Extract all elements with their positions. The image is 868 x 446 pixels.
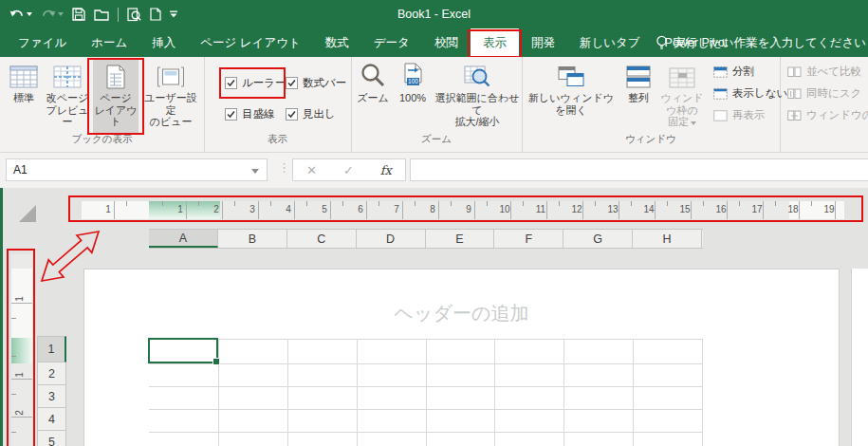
tab-数式[interactable]: 数式 [313,28,361,57]
tab-ページ レイアウト[interactable]: ページ レイアウト [188,28,313,57]
hide-window-button[interactable]: 表示しない [713,86,787,101]
tell-me-box[interactable]: 実行したい作業を入力してください [656,28,868,57]
ruler-number: 2 [207,204,226,214]
checkbox-icon [225,77,237,89]
cancel-entry-icon[interactable]: ✕ [306,163,317,177]
column-header-F[interactable]: F [494,230,563,248]
unhide-window-button[interactable]: 再表示 [713,108,766,122]
view-side-by-side-button[interactable]: 並べて比較 [787,65,861,79]
gridline-h [149,432,703,433]
ruler-tick [270,201,271,206]
hide-window-icon [713,88,728,100]
ruler-tick [379,201,379,206]
row-header-5[interactable]: 5 [38,431,66,446]
tab-校閲[interactable]: 校閲 [422,28,471,57]
insert-function-button[interactable]: fx [380,163,392,177]
gridline-v [357,339,358,446]
checkbox-headings[interactable]: 見出し [286,107,336,121]
column-header-B[interactable]: B [218,230,287,248]
fill-handle[interactable] [212,358,220,365]
checkbox-formula-bar[interactable]: 数式バー [286,76,346,90]
column-header-A[interactable]: A [149,230,218,248]
selected-cell-a1[interactable] [148,338,218,363]
name-box[interactable]: A1 [6,158,268,181]
ribbon: 標準 改ページ プレビュー ページ レイアウト ユーザー設定 のビュー [0,57,868,153]
zoom-100-button[interactable]: 100 100% [394,59,432,133]
column-header-E[interactable]: E [426,230,495,248]
arrange-all-button[interactable]: 整列 [620,59,656,133]
row-header-4[interactable]: 4 [38,408,66,431]
gridline-v [426,339,427,446]
ruler-tick [595,201,596,206]
tab-ホーム[interactable]: ホーム [79,28,139,57]
reset-window-position-button[interactable]: ウィンドウの [787,108,868,122]
row-header-1[interactable]: 1 [38,336,66,362]
zoom-to-selection-button[interactable]: 選択範囲に合わせて 拡大/縮小 [434,59,521,133]
gridline-h [149,363,703,364]
checkbox-ruler[interactable]: ルーラー [225,76,286,90]
gridline-v [287,339,288,446]
split-icon [713,66,728,78]
group-label-zoom: ズーム [351,133,522,146]
page-2-sliver [851,269,868,446]
group-show: ルーラー 目盛線 数式バー 見出し 表示 [204,57,352,152]
group-label-window: ウィンドウ [522,133,780,146]
synchronous-scrolling-button[interactable]: 同時にスク [787,86,861,101]
tab-データ[interactable]: データ [361,28,422,57]
confirm-entry-icon[interactable]: ✓ [343,163,354,177]
ruler-zone [11,338,32,363]
ruler-tick [631,201,632,206]
side-by-side-icon [787,66,802,78]
tab-開発[interactable]: 開発 [519,28,567,57]
ruler-tick [11,432,16,433]
page-break-preview-icon [53,59,82,89]
zoom-to-selection-icon [464,59,490,89]
column-header-C[interactable]: C [287,230,357,248]
gridline-v [702,339,703,446]
tab-挿入[interactable]: 挿入 [139,28,188,57]
vertical-ruler[interactable]: 112 [11,254,32,446]
ruler-number: 11 [531,204,550,214]
column-header-H[interactable]: H [633,230,702,248]
excel-window: Book1 - Excel ファイルホーム挿入ページ レイアウト数式データ校閲表… [0,0,868,446]
horizontal-ruler[interactable]: 112345678910111213141516171819 [82,201,844,219]
cell-grid[interactable] [149,339,703,446]
ruler-number: 14 [639,204,658,214]
custom-views-icon [157,59,185,89]
reset-window-icon [787,110,802,121]
ruler-number: 17 [748,204,766,214]
ruler-number: 2 [14,405,26,420]
ruler-tick [523,201,524,206]
row-header-3[interactable]: 3 [38,385,66,408]
formula-input[interactable] [410,158,868,181]
ruler-zone [11,254,32,269]
page-layout-view-button[interactable]: ページ レイアウト [93,59,139,133]
page-break-preview-button[interactable]: 改ページ プレビュー [44,59,91,133]
freeze-panes-button[interactable]: ウィンドウ枠の 固定 [656,59,708,133]
gridline-h [149,409,703,410]
ruler-tick [306,201,307,206]
normal-view-icon [9,59,38,89]
ruler-tick [415,201,416,206]
tab-新しいタブ[interactable]: 新しいタブ [567,28,653,57]
ruler-number: 16 [711,204,730,214]
custom-views-button[interactable]: ユーザー設定 のビュー [140,59,201,133]
split-button[interactable]: 分割 [713,65,754,79]
tab-表示[interactable]: 表示 [471,28,519,57]
column-header-D[interactable]: D [357,230,426,248]
column-header-G[interactable]: G [563,230,633,248]
gridline-v [633,339,634,446]
ruler-tick [667,201,668,206]
name-box-dropdown-icon[interactable] [251,169,259,174]
gridline-v [494,339,495,446]
checkbox-gridlines[interactable]: 目盛線 [225,107,275,121]
row-header-2[interactable]: 2 [38,362,66,385]
ruler-number: 9 [459,204,478,214]
tab-ファイル[interactable]: ファイル [6,28,79,57]
zoom-button[interactable]: ズーム [354,59,392,133]
header-placeholder[interactable]: ヘッダーの追加 [83,301,840,326]
normal-view-button[interactable]: 標準 [6,59,42,133]
new-window-button[interactable]: 新しいウィンドウ を開く [524,59,619,133]
gridline-v [218,339,219,446]
formula-bar-splitter[interactable]: ⋮ [278,160,289,175]
